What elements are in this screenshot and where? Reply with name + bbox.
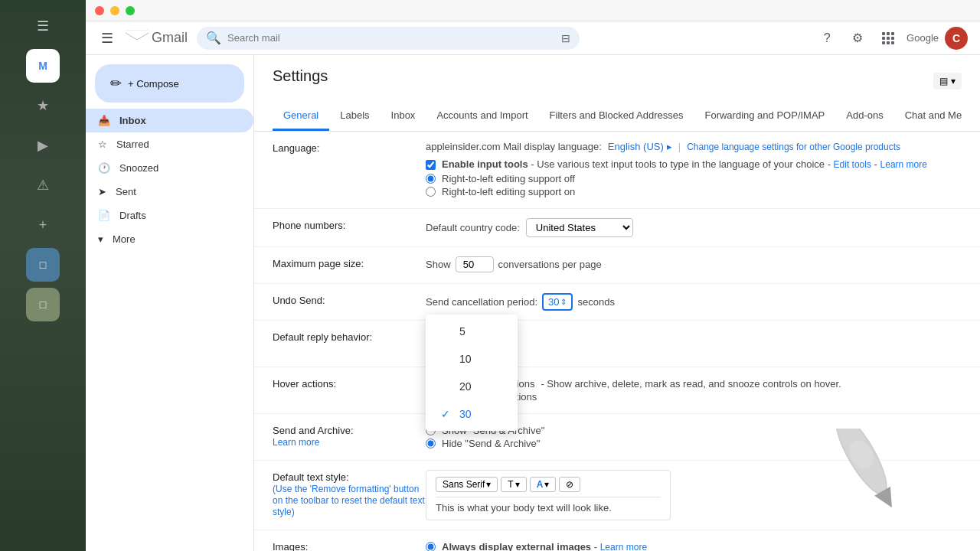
sidebar-item-starred[interactable]: ☆ Starred	[86, 132, 253, 156]
starred-icon: ☆	[98, 139, 107, 150]
chevron-down-icon: ▾	[951, 76, 956, 86]
dropdown-item-20[interactable]: 20	[426, 373, 518, 400]
apps-grid-icon	[881, 31, 895, 45]
tab-general[interactable]: General	[273, 102, 329, 131]
search-bar[interactable]: 🔍 ⊟	[197, 27, 580, 50]
gmail-window: ☰ Gmail 🔍 ⊟ ? ⚙	[86, 0, 980, 551]
images-learn-link[interactable]: Learn more	[600, 542, 647, 551]
sidebar-item-label: Snoozed	[119, 162, 158, 174]
settings-view-button[interactable]: ▤ ▾	[933, 73, 962, 90]
always-display-label: Always display external images - Learn m…	[442, 541, 647, 551]
language-dropdown[interactable]: English (US) ▸	[608, 141, 672, 152]
svg-rect-6	[891, 37, 894, 40]
help-button[interactable]: ?	[815, 26, 839, 51]
language-dropdown-arrow: ▸	[667, 141, 672, 152]
list-view-icon: ▤	[939, 76, 948, 86]
tab-inbox[interactable]: Inbox	[381, 102, 426, 131]
period-select-dropdown[interactable]: 30 ⇕	[542, 293, 573, 311]
main-area: ☰ Gmail 🔍 ⊟ ? ⚙	[86, 0, 980, 551]
images-label: Images:	[273, 540, 426, 551]
text-style-value: Sans Serif ▾ T ▾ A ▾	[426, 470, 962, 520]
dropdown-item-30[interactable]: ✓ 30	[426, 400, 518, 428]
mac-icon-box2[interactable]: □	[26, 288, 60, 321]
text-preview: This is what your body text will look li…	[436, 502, 661, 514]
always-display-radio[interactable]	[426, 542, 436, 551]
option-5-label: 5	[459, 325, 466, 337]
clear-format-btn[interactable]: ⊘	[559, 477, 580, 492]
tab-labels[interactable]: Labels	[329, 102, 380, 131]
sidebar-item-more[interactable]: ▾ More	[86, 227, 253, 251]
hover-setting-row: Hover actions: Enable hover actions - Sh…	[254, 367, 980, 414]
mac-icon-add[interactable]: +	[26, 208, 60, 242]
mac-icon-star[interactable]: ★	[26, 89, 60, 122]
inbox-icon: 📥	[98, 115, 110, 126]
show-label: Show	[426, 259, 451, 270]
page-size-value: Show conversations per page	[426, 256, 962, 272]
tab-addons[interactable]: Add-ons	[835, 102, 893, 131]
hamburger-menu-icon[interactable]: ☰	[98, 27, 116, 50]
sidebar-item-inbox[interactable]: 📥 Inbox	[86, 109, 253, 132]
check-30: ✓	[441, 408, 453, 420]
rtl-on-row: Right-to-left editing support on	[426, 186, 962, 197]
svg-rect-3	[891, 32, 894, 35]
tab-chat-meet[interactable]: Chat and Meet	[894, 102, 962, 131]
window-minimize-btn[interactable]	[110, 6, 119, 15]
language-setting-row: Language: appleinsider.com Mail display …	[254, 132, 980, 209]
mac-icon-menu[interactable]: ☰	[26, 9, 60, 43]
content-area: ✏ + Compose 📥 Inbox ☆ Starred 🕐 Snoozed …	[86, 55, 980, 551]
settings-button[interactable]: ⚙	[845, 26, 870, 51]
conversations-label: conversations per page	[498, 259, 602, 270]
phone-setting-row: Phone numbers: Default country code: Uni…	[254, 209, 980, 247]
hover-label: Hover actions:	[273, 377, 426, 390]
gmail-logo-icon	[126, 30, 149, 47]
svg-rect-8	[887, 41, 890, 44]
font-family-btn[interactable]: Sans Serif ▾	[436, 477, 498, 492]
window-maximize-btn[interactable]	[126, 6, 135, 15]
rtl-on-radio[interactable]	[426, 187, 436, 197]
compose-label: + Compose	[128, 78, 179, 90]
window-close-btn[interactable]	[95, 6, 104, 15]
sidebar-item-drafts[interactable]: 📄 Drafts	[86, 204, 253, 227]
drafts-icon: 📄	[98, 210, 110, 221]
seconds-label: seconds	[577, 296, 614, 308]
dropdown-item-5[interactable]: 5	[426, 318, 518, 345]
user-avatar[interactable]: C	[945, 27, 968, 50]
mac-icon-play[interactable]: ▶	[26, 129, 60, 162]
gmail-logo: Gmail	[126, 30, 188, 47]
hide-send-archive-radio[interactable]	[426, 439, 436, 448]
tab-forwarding[interactable]: Forwarding and POP/IMAP	[694, 102, 835, 131]
page-size-input[interactable]	[456, 256, 494, 272]
font-size-btn[interactable]: T ▾	[501, 477, 526, 492]
dropdown-item-10[interactable]: 10	[426, 345, 518, 373]
rtl-off-label: Right-to-left editing support off	[442, 173, 575, 184]
font-color-btn[interactable]: A ▾	[530, 477, 557, 492]
phone-label: Phone numbers:	[273, 218, 426, 231]
text-toolbar: Sans Serif ▾ T ▾ A ▾	[436, 477, 661, 497]
page-size-setting-row: Maximum page size: Show conversations pe…	[254, 247, 980, 284]
change-language-link[interactable]: Change language settings for other Googl…	[687, 142, 900, 152]
default-country-label: Default country code:	[426, 222, 520, 233]
enable-input-tools-checkbox[interactable]	[426, 160, 436, 170]
svg-rect-2	[887, 32, 890, 35]
country-code-select[interactable]: United States	[526, 218, 633, 237]
check-20	[441, 380, 453, 393]
mac-icon-box1[interactable]: □	[26, 248, 60, 282]
apps-button[interactable]	[876, 26, 900, 51]
mac-icon-gmail[interactable]: M	[26, 49, 60, 83]
compose-button[interactable]: ✏ + Compose	[95, 64, 244, 103]
gmail-header: ☰ Gmail 🔍 ⊟ ? ⚙	[86, 21, 980, 55]
search-input[interactable]	[227, 32, 555, 44]
tab-accounts[interactable]: Accounts and Import	[426, 102, 538, 131]
learn-more-link[interactable]: Learn more	[880, 159, 927, 170]
edit-tools-link[interactable]: Edit tools	[834, 159, 871, 170]
rtl-off-radio[interactable]	[426, 174, 436, 184]
mac-icon-alert[interactable]: ⚠	[26, 168, 60, 202]
rtl-on-label: Right-to-left editing support on	[442, 186, 575, 197]
search-filter-icon[interactable]: ⊟	[561, 32, 570, 44]
tab-filters[interactable]: Filters and Blocked Addresses	[539, 102, 694, 131]
font-color-icon: A	[537, 479, 544, 490]
send-archive-learn-link[interactable]: Learn more	[273, 437, 319, 448]
sidebar-item-sent[interactable]: ➤ Sent	[86, 180, 253, 204]
clear-format-icon: ⊘	[566, 479, 573, 490]
sidebar-item-snoozed[interactable]: 🕐 Snoozed	[86, 156, 253, 180]
